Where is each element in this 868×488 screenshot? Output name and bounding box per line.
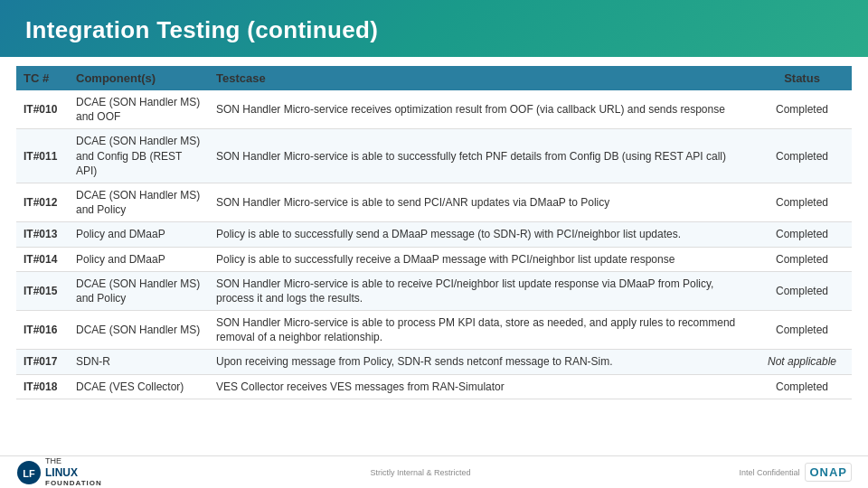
linux-foundation-logo: LF THE LINUX FOUNDATION xyxy=(16,456,102,488)
table-row: IT#015DCAE (SON Handler MS) and PolicySO… xyxy=(16,271,852,310)
component-cell: DCAE (SON Handler MS) and OOF xyxy=(69,90,209,129)
table-row: IT#014Policy and DMaaPPolicy is able to … xyxy=(16,247,852,271)
page-header: Integration Testing (continued) xyxy=(0,0,868,57)
table-header-row: TC # Component(s) Testcase Status xyxy=(16,66,852,90)
page-wrapper: Integration Testing (continued) TC # Com… xyxy=(0,0,868,488)
col-header-status: Status xyxy=(752,66,852,90)
lf-linux: LINUX xyxy=(45,466,102,479)
tc-cell: IT#018 xyxy=(16,374,69,399)
col-header-tc: TC # xyxy=(16,66,69,90)
status-cell: Not applicable xyxy=(752,350,852,374)
integration-testing-table: TC # Component(s) Testcase Status IT#010… xyxy=(16,66,852,399)
page-footer: LF THE LINUX FOUNDATION Strictly Interna… xyxy=(0,455,868,488)
testcase-cell: VES Collector receives VES messages from… xyxy=(209,374,752,399)
testcase-cell: Policy is able to successfully send a DM… xyxy=(209,222,752,247)
main-content: TC # Component(s) Testcase Status IT#010… xyxy=(0,57,868,455)
lf-text: THE LINUX FOUNDATION xyxy=(45,456,102,488)
testcase-cell: Upon receiving message from Policy, SDN-… xyxy=(209,350,752,374)
component-cell: DCAE (SON Handler MS) and Config DB (RES… xyxy=(69,129,209,183)
testcase-cell: SON Handler Micro-service is able to rec… xyxy=(209,271,752,310)
col-header-testcase: Testcase xyxy=(209,66,752,90)
tc-cell: IT#011 xyxy=(16,129,69,183)
table-row: IT#018DCAE (VES Collector)VES Collector … xyxy=(16,374,852,399)
testcase-cell: SON Handler Micro-service is able to suc… xyxy=(209,129,752,183)
lf-the: THE xyxy=(45,456,102,466)
page-title: Integration Testing (continued) xyxy=(25,16,843,44)
footer-right: Intel Confidential ONAP xyxy=(739,463,852,482)
tc-cell: IT#013 xyxy=(16,222,69,247)
intel-label: Intel Confidential xyxy=(739,468,799,477)
component-cell: Policy and DMaaP xyxy=(69,247,209,271)
svg-text:LF: LF xyxy=(23,468,35,479)
testcase-cell: SON Handler Micro-service is able to sen… xyxy=(209,183,752,221)
footer-left: LF THE LINUX FOUNDATION xyxy=(16,456,102,488)
component-cell: DCAE (SON Handler MS) and Policy xyxy=(69,183,209,221)
status-cell: Completed xyxy=(752,271,852,310)
table-row: IT#010DCAE (SON Handler MS) and OOFSON H… xyxy=(16,90,852,129)
tc-cell: IT#010 xyxy=(16,90,69,129)
table-row: IT#017SDN-RUpon receiving message from P… xyxy=(16,350,852,374)
onap-logo: ONAP xyxy=(805,463,852,482)
tc-cell: IT#014 xyxy=(16,247,69,271)
status-cell: Completed xyxy=(752,90,852,129)
component-cell: Policy and DMaaP xyxy=(69,222,209,247)
component-cell: DCAE (SON Handler MS) and Policy xyxy=(69,271,209,310)
tc-cell: IT#016 xyxy=(16,311,69,350)
table-row: IT#016DCAE (SON Handler MS)SON Handler M… xyxy=(16,311,852,350)
status-cell: Completed xyxy=(752,222,852,247)
table-row: IT#013Policy and DMaaPPolicy is able to … xyxy=(16,222,852,247)
onap-text: ONAP xyxy=(809,465,847,479)
status-cell: Completed xyxy=(752,311,852,350)
component-cell: DCAE (VES Collector) xyxy=(69,374,209,399)
tc-cell: IT#015 xyxy=(16,271,69,310)
component-cell: DCAE (SON Handler MS) xyxy=(69,311,209,350)
status-cell: Completed xyxy=(752,374,852,399)
lf-foundation: FOUNDATION xyxy=(45,479,102,488)
status-cell: Completed xyxy=(752,183,852,221)
testcase-cell: SON Handler Micro-service is able to pro… xyxy=(209,311,752,350)
table-row: IT#012DCAE (SON Handler MS) and PolicySO… xyxy=(16,183,852,221)
status-cell: Completed xyxy=(752,247,852,271)
lf-icon: LF xyxy=(16,460,42,485)
testcase-cell: Policy is able to successfully receive a… xyxy=(209,247,752,271)
table-row: IT#011DCAE (SON Handler MS) and Config D… xyxy=(16,129,852,183)
testcase-cell: SON Handler Micro-service receives optim… xyxy=(209,90,752,129)
col-header-component: Component(s) xyxy=(69,66,209,90)
tc-cell: IT#012 xyxy=(16,183,69,221)
tc-cell: IT#017 xyxy=(16,350,69,374)
footer-confidentiality: Strictly Internal & Restricted xyxy=(371,468,471,477)
component-cell: SDN-R xyxy=(69,350,209,374)
status-cell: Completed xyxy=(752,129,852,183)
